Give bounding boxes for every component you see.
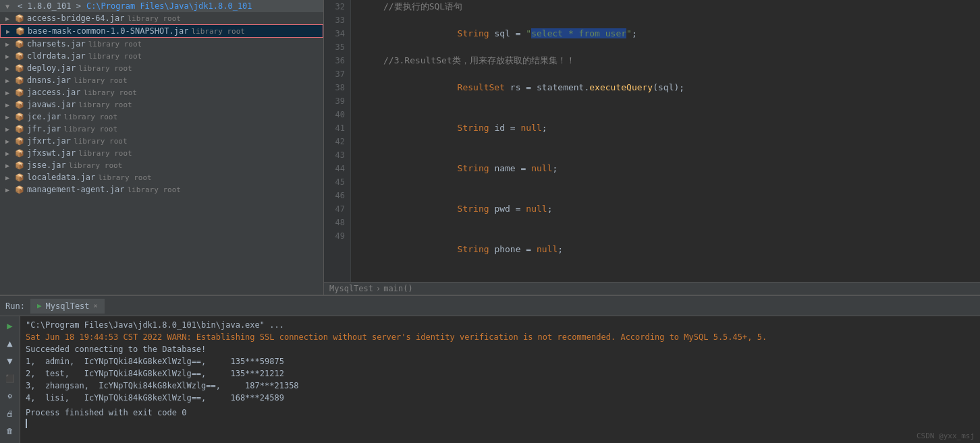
run-print-button[interactable]: 🖨: [3, 407, 17, 420]
tree-item-javaws[interactable]: ▶ 📦 javaws.jar library root: [0, 98, 323, 111]
output-warn-line: Sat Jun 18 19:44:53 CST 2022 WARN: Estab…: [26, 331, 975, 343]
run-output: "C:\Program Files\Java\jdk1.8.0_101\bin\…: [20, 316, 980, 443]
run-tab-name: MysqlTest: [46, 301, 90, 311]
cursor: [26, 419, 27, 428]
tree-item-charsets[interactable]: ▶ 📦 charsets.jar library root: [0, 38, 323, 50]
tree-root-version: < 1.8.0_101 >: [18, 1, 81, 11]
run-play-button[interactable]: ▶: [3, 319, 17, 332]
breadcrumb-file: MysqlTest: [329, 284, 373, 293]
line-numbers: 32 33 34 35 36 37 38 39 40 ◆ 41 42 43 44…: [324, 0, 351, 282]
jar-icon: 📦: [15, 14, 24, 23]
tree-item-jce[interactable]: ▶ 📦 jce.jar library root: [0, 111, 323, 123]
run-stop-button[interactable]: ⬛: [3, 372, 17, 385]
jar-icon: 📦: [15, 113, 24, 121]
run-label: Run:: [5, 301, 25, 311]
jar-icon: 📦: [15, 185, 24, 194]
tree-item-access-bridge[interactable]: ▶ 📦 access-bridge-64.jar library root: [0, 12, 323, 24]
code-line-38: String pwd = null;: [356, 189, 975, 229]
output-success-line: Succeeded connecting to the Database!: [26, 343, 975, 355]
run-panel: Run: ▶ MysqlTest × ▶ ▲ ▼ ⬛ ⚙ 🖨 🗑 "C:\Pro…: [0, 295, 980, 443]
tree-item-cldrdata[interactable]: ▶ 📦 cldrdata.jar library root: [0, 50, 323, 62]
file-tree-sidebar: ▼ < 1.8.0_101 > C:\Program Files\Java\jd…: [0, 0, 324, 295]
tree-root-arrow: ▼: [5, 3, 13, 10]
jar-icon: 📦: [15, 137, 24, 146]
jar-icon: 📦: [15, 100, 24, 109]
tree-root-path: C:\Program Files\Java\jdk1.8.0_101: [86, 1, 252, 11]
tree-item-jfxswt[interactable]: ▶ 📦 jfxswt.jar library root: [0, 147, 323, 159]
output-data-2: 2, test, IcYNpTQki84kG8keXlWzlg==, 135**…: [26, 367, 975, 380]
code-line-35: ResultSet rs = statement.executeQuery(sq…: [356, 67, 975, 108]
tree-item-dnsns[interactable]: ▶ 📦 dnsns.jar library root: [0, 74, 323, 86]
run-tab[interactable]: ▶ MysqlTest ×: [30, 299, 105, 314]
tab-run-icon: ▶: [37, 301, 42, 310]
code-view: 32 33 34 35 36 37 38 39 40 ◆ 41 42 43 44…: [324, 0, 980, 295]
tree-item-jfxrt[interactable]: ▶ 📦 jfxrt.jar library root: [0, 135, 323, 147]
output-data-4: 4, lisi, IcYNpTQki84kG8keXlWzlg==, 168**…: [26, 392, 975, 404]
run-arrow-down-button[interactable]: ▼: [3, 354, 17, 367]
tree-item-management-agent[interactable]: ▶ 📦 management-agent.jar library root: [0, 183, 323, 196]
jar-icon: 📦: [15, 64, 24, 73]
tree-item-jaccess[interactable]: ▶ 📦 jaccess.jar library root: [0, 86, 323, 98]
jar-icon: 📦: [15, 161, 24, 170]
tree-item-jfr[interactable]: ▶ 📦 jfr.jar library root: [0, 123, 323, 135]
code-line-36: String id = null;: [356, 108, 975, 148]
code-line-39: String phone = null;: [356, 229, 975, 270]
output-command-line: "C:\Program Files\Java\jdk1.8.0_101\bin\…: [26, 319, 975, 331]
jar-icon: 📦: [15, 149, 24, 158]
jar-icon: 📦: [15, 52, 24, 61]
tree-item-jsse[interactable]: ▶ 📦 jsse.jar library root: [0, 159, 323, 171]
breadcrumb-method: main(): [383, 284, 412, 293]
code-line-37: String name = null;: [356, 148, 975, 189]
jar-icon: 📦: [15, 76, 24, 85]
code-line-40: while (rs.next()) {: [356, 270, 975, 282]
tree-item-localedata[interactable]: ▶ 📦 localedata.jar library root: [0, 171, 323, 183]
jar-icon: 📦: [15, 125, 24, 134]
code-line-34: //3.ResultSet类，用来存放获取的结果集！！: [356, 54, 975, 67]
main-layout: ▼ < 1.8.0_101 > C:\Program Files\Java\jd…: [0, 0, 980, 295]
code-line-33: String sql = "select * from user";: [356, 13, 975, 54]
jar-icon: 📦: [15, 40, 24, 49]
tree-item-base-mask[interactable]: ▶ 📦 base-mask-common-1.0-SNAPSHOT.jar li…: [0, 24, 323, 38]
run-settings-button[interactable]: ⚙: [3, 389, 17, 403]
jar-icon: 📦: [15, 173, 24, 182]
output-data-3: 3, zhangsan, IcYNpTQki84kG8keXlWzlg==, 1…: [26, 380, 975, 392]
breadcrumb-separator: ›: [376, 284, 381, 293]
run-panel-header: Run: ▶ MysqlTest ×: [0, 296, 980, 316]
jar-icon: 📦: [16, 27, 25, 36]
run-sidebar: ▶ ▲ ▼ ⬛ ⚙ 🖨 🗑: [0, 316, 20, 443]
tree-header[interactable]: ▼ < 1.8.0_101 > C:\Program Files\Java\jd…: [0, 0, 323, 12]
code-lines: 32 33 34 35 36 37 38 39 40 ◆ 41 42 43 44…: [324, 0, 980, 282]
run-trash-button[interactable]: 🗑: [3, 424, 17, 438]
jar-icon: 📦: [15, 88, 24, 97]
output-footer: Process finished with exit code 0: [26, 407, 975, 419]
editor-area: 32 33 34 35 36 37 38 39 40 ◆ 41 42 43 44…: [324, 0, 980, 295]
tree-item-deploy[interactable]: ▶ 📦 deploy.jar library root: [0, 62, 323, 74]
code-content[interactable]: //要执行的SQL语句 String sql = "select * from …: [351, 0, 980, 282]
output-data-1: 1, admin, IcYNpTQki84kG8keXlWzlg==, 135*…: [26, 355, 975, 367]
breadcrumb-bar: MysqlTest › main(): [324, 282, 980, 295]
code-line-32: //要执行的SQL语句: [356, 0, 975, 13]
close-icon[interactable]: ×: [94, 302, 98, 309]
run-arrow-up-button[interactable]: ▲: [3, 336, 17, 350]
run-panel-body: ▶ ▲ ▼ ⬛ ⚙ 🖨 🗑 "C:\Program Files\Java\jdk…: [0, 316, 980, 443]
watermark: CSDN @yxx_msj: [917, 432, 975, 440]
